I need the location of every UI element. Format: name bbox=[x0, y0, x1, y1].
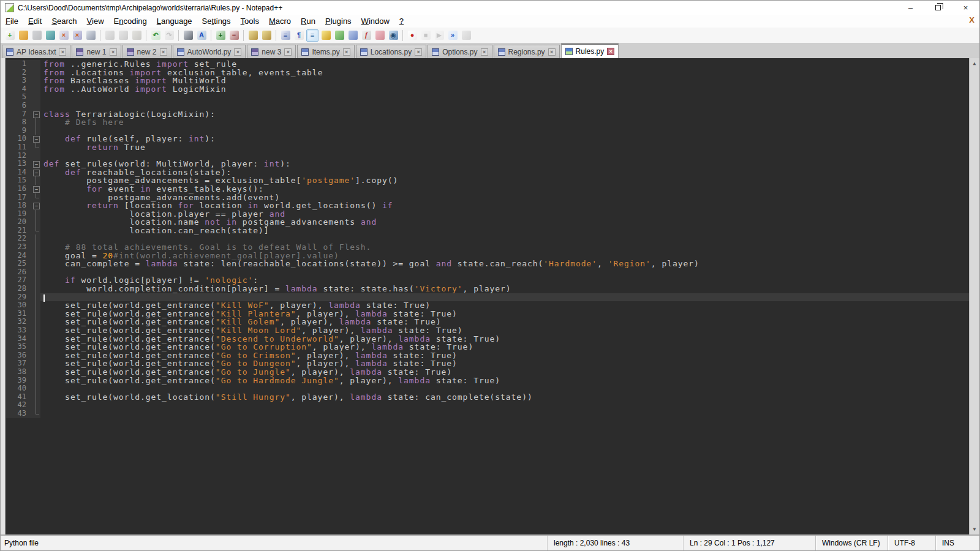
code-text[interactable]: set_rule(world.get_entrance("Kill Moon L… bbox=[40, 326, 969, 335]
menu-?[interactable]: ? bbox=[394, 16, 409, 26]
tab-close-icon[interactable]: × bbox=[234, 48, 241, 56]
tab-autoworld-py[interactable]: AutoWorld.py× bbox=[173, 45, 246, 58]
tab-close-icon[interactable]: × bbox=[110, 48, 117, 56]
code-line-16[interactable]: 16 for event in events_table.keys(): bbox=[6, 185, 969, 193]
code-line-27[interactable]: 27 if world.logic[player] != 'nologic': bbox=[6, 276, 969, 285]
code-line-10[interactable]: 10 def rule(self, player: int): bbox=[6, 135, 969, 143]
code-text[interactable]: set_rule(world.get_entrance("Go to Dunge… bbox=[40, 359, 969, 368]
code-text[interactable]: postgame_advancements.add(event) bbox=[40, 193, 969, 202]
code-line-8[interactable]: 8 # Defs here bbox=[6, 118, 969, 127]
redo-icon[interactable]: ↷ bbox=[163, 29, 175, 42]
code-line-33[interactable]: 33 set_rule(world.get_entrance("Kill Moo… bbox=[6, 326, 969, 335]
code-line-17[interactable]: 17 postgame_advancements.add(event) bbox=[6, 193, 969, 202]
scroll-down-icon[interactable]: ▼ bbox=[973, 524, 976, 534]
indent-guide-icon[interactable]: ≡ bbox=[306, 29, 318, 42]
code-text[interactable] bbox=[40, 102, 969, 110]
code-line-15[interactable]: 15 postgame_advancements = exclusion_tab… bbox=[6, 176, 969, 185]
monitoring-eye-icon[interactable]: ◉ bbox=[387, 29, 399, 42]
code-line-20[interactable]: 20 location.name not in postgame_advance… bbox=[6, 218, 969, 227]
code-line-7[interactable]: 7class TerrariaLogic(LogicMixin): bbox=[6, 110, 969, 119]
fold-collapse-icon[interactable] bbox=[32, 160, 40, 168]
code-line-39[interactable]: 39 set_rule(world.get_entrance("Go to Ha… bbox=[6, 377, 969, 385]
code-line-2[interactable]: 2from .Locations import exclusion_table,… bbox=[6, 69, 969, 77]
code-text[interactable] bbox=[40, 268, 969, 277]
status-encoding[interactable]: UTF-8 bbox=[888, 536, 935, 550]
tab-regions-py[interactable]: Regions.py× bbox=[494, 45, 560, 58]
code-text[interactable]: for event in events_table.keys(): bbox=[40, 185, 969, 193]
code-text[interactable]: # Defs here bbox=[40, 118, 969, 127]
close-file-icon[interactable]: × bbox=[58, 29, 70, 42]
code-text[interactable]: # 88 total achievements. Goal is to defe… bbox=[40, 243, 969, 252]
menu-macro[interactable]: Macro bbox=[264, 16, 296, 26]
code-line-30[interactable]: 30 set_rule(world.get_entrance("Kill WoF… bbox=[6, 301, 969, 310]
tab-new-2[interactable]: new 2× bbox=[123, 45, 172, 58]
function-list-icon[interactable]: ƒ bbox=[360, 29, 372, 42]
print-icon[interactable] bbox=[85, 29, 97, 42]
code-text[interactable]: set_rule(world.get_entrance("Go to Corru… bbox=[40, 343, 969, 351]
tab-close-icon[interactable]: × bbox=[607, 48, 614, 55]
code-line-3[interactable]: 3from BaseClasses import MultiWorld bbox=[6, 77, 969, 85]
code-text[interactable] bbox=[40, 152, 969, 160]
menu-view[interactable]: View bbox=[82, 16, 109, 26]
code-line-35[interactable]: 35 set_rule(world.get_entrance("Go to Co… bbox=[6, 343, 969, 351]
code-line-21[interactable]: 21 location.can_reach(state)] bbox=[6, 227, 969, 235]
code-text[interactable]: return True bbox=[40, 143, 969, 152]
menu-file[interactable]: File bbox=[1, 16, 23, 26]
code-text[interactable]: postgame_advancements = exclusion_table[… bbox=[40, 176, 969, 185]
folder-as-workspace-icon[interactable] bbox=[374, 29, 386, 42]
minimize-button[interactable]: – bbox=[897, 1, 924, 15]
new-file-icon[interactable]: + bbox=[4, 29, 16, 42]
code-line-13[interactable]: 13def set_rules(world: MultiWorld, playe… bbox=[6, 160, 969, 168]
menu-encoding[interactable]: Encoding bbox=[109, 16, 152, 26]
code-text[interactable]: from BaseClasses import MultiWorld bbox=[40, 77, 969, 85]
code-line-23[interactable]: 23 # 88 total achievements. Goal is to d… bbox=[6, 243, 969, 252]
code-text[interactable]: def rule(self, player: int): bbox=[40, 135, 969, 143]
tab-ap-ideas-txt[interactable]: AP Ideas.txt× bbox=[2, 45, 70, 58]
code-text[interactable] bbox=[40, 384, 969, 393]
close-button[interactable]: × bbox=[952, 1, 979, 15]
tab-close-icon[interactable]: × bbox=[284, 48, 292, 56]
code-line-22[interactable]: 22 bbox=[6, 234, 969, 243]
code-text[interactable]: def set_rules(world: MultiWorld, player:… bbox=[40, 160, 969, 168]
code-line-4[interactable]: 4from ..AutoWorld import LogicMixin bbox=[6, 85, 969, 94]
code-text[interactable]: set_rule(world.get_entrance("Descend to … bbox=[40, 335, 969, 343]
tab-close-icon[interactable]: × bbox=[160, 48, 167, 56]
code-text[interactable]: location.can_reach(state)] bbox=[40, 227, 969, 235]
menu-language[interactable]: Language bbox=[152, 16, 197, 26]
scroll-up-icon[interactable]: ▲ bbox=[973, 58, 976, 69]
copy-icon[interactable] bbox=[117, 29, 129, 42]
code-text[interactable]: set_rule(world.get_entrance("Kill Plante… bbox=[40, 310, 969, 318]
code-line-28[interactable]: 28 world.completion_condition[player] = … bbox=[6, 285, 969, 293]
tab-new-1[interactable]: new 1× bbox=[72, 45, 121, 58]
sync-horizontal-scroll-icon[interactable] bbox=[260, 29, 273, 42]
code-line-41[interactable]: 41 set_rule(world.get_location("Still Hu… bbox=[6, 393, 969, 402]
code-line-24[interactable]: 24 goal = 20#int(world.achievement_goal[… bbox=[6, 252, 969, 260]
status-eol-format[interactable]: Windows (CR LF) bbox=[815, 536, 888, 550]
tab-rules-py[interactable]: Rules.py× bbox=[561, 43, 619, 58]
menu-edit[interactable]: Edit bbox=[23, 16, 47, 26]
tab-items-py[interactable]: Items.py× bbox=[297, 45, 354, 58]
code-line-14[interactable]: 14 def reachable_locations(state): bbox=[6, 168, 969, 177]
code-line-11[interactable]: 11 return True bbox=[6, 143, 969, 152]
code-text[interactable]: class TerrariaLogic(LogicMixin): bbox=[40, 110, 969, 119]
code-text[interactable] bbox=[40, 401, 969, 410]
status-insert-mode[interactable]: INS bbox=[935, 536, 979, 550]
code-line-18[interactable]: 18 return [location for location in worl… bbox=[6, 201, 969, 210]
document-map-icon[interactable] bbox=[333, 29, 345, 42]
paste-icon[interactable] bbox=[130, 29, 143, 42]
save-all-icon[interactable] bbox=[44, 29, 56, 42]
menu-search[interactable]: Search bbox=[47, 16, 81, 26]
sync-vertical-scroll-icon[interactable] bbox=[247, 29, 259, 42]
code-line-43[interactable]: 43 bbox=[6, 410, 969, 418]
fold-collapse-icon[interactable] bbox=[32, 201, 40, 210]
code-text[interactable]: from ..AutoWorld import LogicMixin bbox=[40, 85, 969, 94]
fold-collapse-icon[interactable] bbox=[32, 168, 40, 177]
code-text[interactable]: set_rule(world.get_entrance("Kill WoF", … bbox=[40, 301, 969, 310]
close-document-icon[interactable]: X bbox=[969, 15, 974, 24]
show-all-characters-icon[interactable]: ¶ bbox=[293, 29, 305, 42]
save-icon[interactable] bbox=[31, 29, 43, 42]
code-text[interactable] bbox=[40, 93, 969, 102]
close-all-icon[interactable]: × bbox=[71, 29, 83, 42]
code-text[interactable]: from .Locations import exclusion_table, … bbox=[40, 69, 969, 77]
code-line-9[interactable]: 9 bbox=[6, 127, 969, 135]
